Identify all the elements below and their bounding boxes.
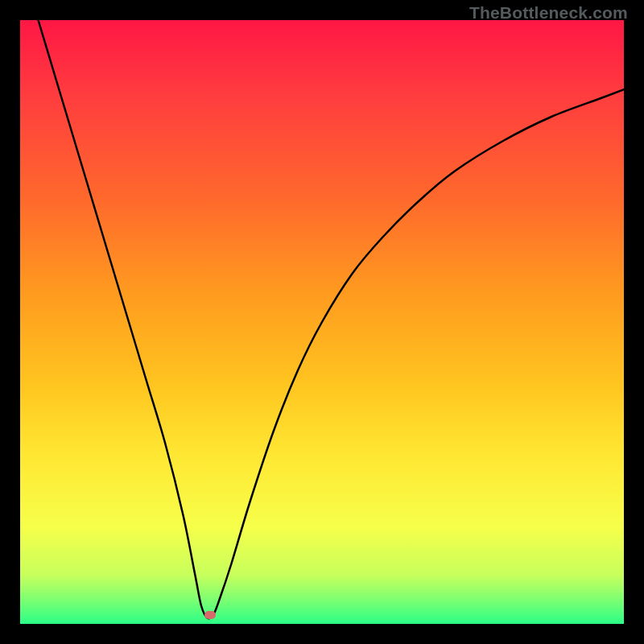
plot-area: [20, 20, 624, 624]
minimum-marker: [204, 611, 216, 619]
chart-outer: { "watermark": "TheBottleneck.com", "plo…: [0, 0, 644, 644]
bottleneck-curve: [39, 20, 625, 618]
curve-svg: [20, 20, 624, 624]
